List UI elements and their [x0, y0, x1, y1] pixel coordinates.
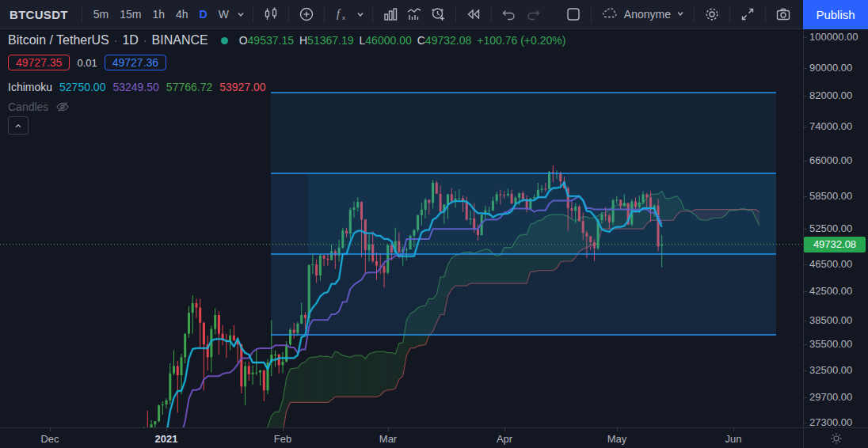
fullscreen-icon[interactable] — [736, 3, 760, 25]
timeframe-D[interactable]: D — [194, 5, 213, 24]
axis-settings-corner[interactable] — [803, 427, 868, 448]
publish-button[interactable]: Publish — [803, 0, 868, 29]
compare-plus-icon[interactable] — [295, 3, 318, 25]
toolbar-separator — [372, 6, 373, 23]
toolbar-separator — [765, 6, 766, 23]
price-tick-label: 58500.00 — [809, 190, 852, 202]
price-tick-label: 27300.00 — [809, 416, 852, 428]
timeframe-W[interactable]: W — [213, 5, 234, 24]
symbol-button[interactable]: BTCUSDT — [10, 8, 68, 21]
toolbar-separator — [455, 6, 456, 23]
toolbar-separator — [253, 6, 253, 23]
time-label-Apr: Apr — [497, 433, 512, 445]
top-toolbar: BTCUSDT 5m15m1h4hDW — [0, 0, 868, 29]
spread-value: 0.01 — [77, 57, 97, 69]
user-chevron-down-icon — [676, 8, 685, 21]
price-tick-label: 42500.00 — [809, 285, 852, 297]
indicator-chevron-down-icon[interactable] — [354, 3, 367, 25]
layout-icon[interactable] — [562, 3, 585, 25]
timeframe-15m[interactable]: 15m — [114, 5, 147, 24]
eye-off-icon[interactable] — [55, 101, 70, 113]
indicator-name: Ichimoku — [8, 81, 52, 93]
indicator-values: 52750.0053249.5057766.7253927.00 — [52, 81, 266, 93]
time-tick — [283, 428, 284, 431]
toolbar-separator — [491, 6, 492, 23]
price-tick-label: 35500.00 — [809, 338, 852, 350]
symbol-legend-row[interactable]: Bitcoin / TetherUS · 1D · BINANCE O49537… — [8, 33, 571, 47]
svg-text:x: x — [342, 14, 345, 21]
timeframe-chevron-down-icon[interactable] — [234, 3, 247, 25]
toolbar-separator — [82, 6, 82, 23]
time-tick — [733, 428, 734, 431]
ohlc-item-C: C49732.08 — [417, 34, 472, 47]
time-label-Mar: Mar — [379, 433, 397, 445]
forecast-icon[interactable] — [402, 3, 426, 25]
toolbar-separator — [694, 6, 695, 23]
buy-button[interactable]: 49727.36 — [105, 55, 166, 70]
user-name: Anonyme — [624, 8, 671, 21]
camera-icon[interactable] — [771, 3, 795, 25]
timeframe-5m[interactable]: 5m — [88, 5, 114, 24]
time-tick — [504, 428, 505, 431]
redo-icon[interactable] — [521, 3, 545, 25]
sell-button[interactable]: 49727.35 — [8, 55, 70, 70]
time-label-2021: 2021 — [155, 433, 178, 445]
candles-style-icon[interactable] — [259, 3, 283, 25]
time-label-Feb: Feb — [274, 433, 291, 445]
user-menu[interactable]: Anonyme — [600, 5, 685, 25]
hidden-series-row[interactable]: Candles — [8, 101, 571, 113]
indicator-columns-icon[interactable] — [379, 3, 402, 25]
timeframe-group: 5m15m1h4hDW — [88, 5, 234, 24]
tradingview-app: BTCUSDT 5m15m1h4hDW — [0, 0, 868, 448]
undo-icon[interactable] — [497, 3, 521, 25]
legend-interval: 1D — [122, 33, 138, 47]
settings-gear-icon[interactable] — [700, 3, 724, 25]
svg-text:f: f — [337, 8, 341, 20]
price-tick-label: 66000.00 — [809, 154, 852, 166]
market-status-dot[interactable] — [221, 37, 228, 44]
legend-separator: · — [114, 34, 118, 47]
price-tick-label: 29700.00 — [809, 391, 852, 403]
ohlc-values: O49537.15H51367.19L46000.00C49732.08 — [239, 34, 478, 47]
ohlc-item-H: H51367.19 — [299, 34, 354, 47]
alert-plus-icon[interactable] — [426, 3, 450, 25]
time-tick — [50, 428, 51, 431]
chevron-up-icon — [13, 121, 23, 131]
toolbar-left-group: BTCUSDT 5m15m1h4hDW — [0, 0, 545, 28]
ohlc-item-L: L46000.00 — [360, 34, 412, 47]
bar-replay-icon[interactable] — [462, 3, 485, 25]
timeframe-1h[interactable]: 1h — [147, 5, 170, 24]
price-axis[interactable]: 100000.0090000.0082000.0074000.0066000.0… — [803, 29, 868, 427]
price-tick-label: 46500.00 — [809, 258, 852, 270]
time-label-Jun: Jun — [725, 433, 742, 445]
price-tick-label: 100000.00 — [809, 31, 858, 43]
timeframe-4h[interactable]: 4h — [170, 5, 194, 24]
price-tick-label: 82000.00 — [809, 89, 852, 101]
ichimoku-value-2: 57766.72 — [166, 81, 212, 93]
chart-legend: Bitcoin / TetherUS · 1D · BINANCE O49537… — [8, 33, 571, 113]
sun-icon — [830, 432, 843, 445]
cloud-sync-icon — [600, 5, 619, 25]
toolbar-separator — [288, 6, 289, 23]
price-tick-label: 90000.00 — [809, 62, 852, 74]
fx-indicator-icon[interactable]: f x — [330, 3, 354, 25]
legend-collapse-button[interactable] — [8, 116, 29, 135]
time-tick — [388, 428, 389, 431]
price-tick-label: 74000.00 — [809, 120, 852, 132]
toolbar-separator — [591, 6, 592, 23]
toolbar-separator — [729, 6, 730, 23]
time-tick — [166, 428, 167, 431]
legend-title: Bitcoin / TetherUS — [8, 33, 109, 47]
time-label-May: May — [607, 433, 627, 445]
last-price-label: 49732.08 — [804, 237, 866, 252]
ichimoku-value-0: 52750.00 — [59, 81, 105, 93]
legend-exchange: BINANCE — [152, 33, 208, 47]
ohlc-item-O: O49537.15 — [239, 34, 294, 47]
toolbar-right-group: Anonyme — [562, 0, 868, 28]
time-axis[interactable]: Dec2021FebMarAprMayJun — [0, 427, 803, 448]
indicator-legend-row[interactable]: Ichimoku 52750.0053249.5057766.7253927.0… — [8, 81, 571, 93]
ichimoku-value-3: 53927.00 — [219, 81, 265, 93]
change-value: +100.76 (+0.20%) — [477, 34, 565, 47]
ichimoku-value-1: 53249.50 — [112, 81, 158, 93]
hidden-series-name: Candles — [8, 101, 48, 113]
